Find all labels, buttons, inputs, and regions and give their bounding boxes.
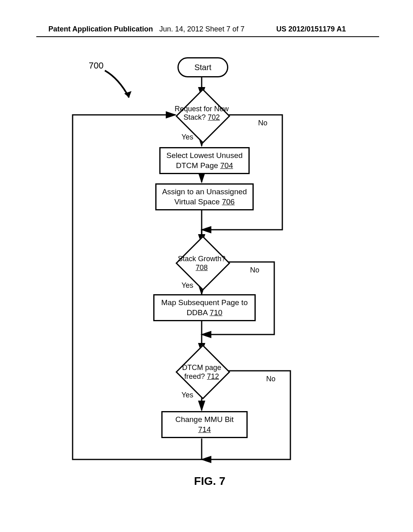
- start-label: Start: [194, 63, 211, 72]
- decision-712-ref: 712: [207, 372, 219, 380]
- figure-label: FIG. 7: [48, 475, 371, 488]
- decision-708-ref: 708: [196, 264, 208, 272]
- process-710: Map Subsequent Page to DDBA 710: [153, 294, 256, 321]
- start-terminator: Start: [177, 57, 228, 77]
- page: Patent Application Publication Jun. 14, …: [0, 0, 413, 532]
- process-714-text: Change MMU Bit: [175, 415, 234, 424]
- page-header: Patent Application Publication Jun. 14, …: [0, 25, 413, 41]
- header-date-sheet: Jun. 14, 2012 Sheet 7 of 7: [159, 25, 244, 33]
- header-docnumber: US 2012/0151179 A1: [276, 25, 346, 33]
- decision-712: DTCM page freed? 712: [184, 353, 220, 389]
- process-710-ref: 710: [210, 308, 223, 317]
- edge-712-yes: Yes: [181, 391, 193, 399]
- decision-702-ref: 702: [208, 113, 220, 121]
- edge-708-no: No: [250, 266, 259, 274]
- process-704: Select Lowest Unused DTCM Page 704: [159, 147, 250, 174]
- edge-712-no: No: [266, 375, 275, 383]
- header-publication: Patent Application Publication: [48, 25, 153, 33]
- decision-708-text: Stack Growth?: [178, 255, 225, 263]
- decision-702-text: Request for New Stack?: [175, 105, 229, 122]
- process-704-ref: 704: [220, 161, 233, 170]
- edge-702-yes: Yes: [181, 133, 193, 141]
- process-714-ref: 714: [198, 425, 211, 434]
- header-rule: [36, 36, 379, 37]
- process-706: Assign to an Unassigned Virtual Space 70…: [155, 183, 254, 210]
- decision-702: Request for New Stack? 702: [184, 97, 220, 133]
- edge-708-yes: Yes: [181, 281, 193, 290]
- flowchart-canvas: 700: [48, 52, 371, 496]
- process-710-text: Map Subsequent Page to DDBA: [161, 298, 248, 317]
- process-706-ref: 706: [222, 197, 235, 206]
- process-714: Change MMU Bit 714: [161, 411, 248, 438]
- decision-708: Stack Growth? 708: [184, 244, 220, 280]
- edge-702-no: No: [258, 119, 267, 127]
